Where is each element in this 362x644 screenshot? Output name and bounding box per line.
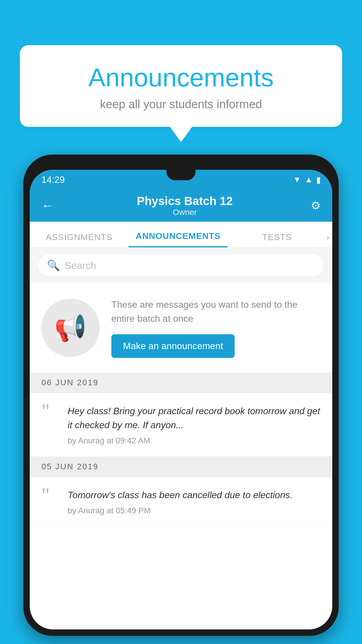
announcements-title: Announcements [43, 63, 319, 92]
back-button[interactable]: ← [41, 199, 59, 213]
speech-bubble-arrow [170, 127, 192, 142]
tab-tests[interactable]: TESTS [228, 222, 326, 247]
search-area: 🔍 Search [30, 248, 332, 283]
announcement-text-1: Hey class! Bring your practical record b… [68, 404, 321, 432]
search-input[interactable]: Search [65, 260, 96, 271]
make-announcement-button[interactable]: Make an announcement [111, 334, 235, 358]
announcement-content-2: Tomorrow's class has been cancelled due … [68, 488, 321, 515]
date-separator-1: 06 JUN 2019 [30, 373, 332, 393]
status-time: 14:29 [41, 174, 65, 185]
speech-bubble-wrapper: Announcements keep all your students inf… [20, 45, 342, 142]
announcement-text-2: Tomorrow's class has been cancelled due … [68, 488, 321, 502]
batch-role: Owner [137, 208, 233, 217]
announcements-subtitle: keep all your students informed [43, 98, 319, 111]
phone-notch [166, 170, 196, 180]
announcement-icon-circle: 📢 [41, 299, 100, 357]
phone-wrapper: 14:29 ▼ ▲ ▮ ← Physics Batch 12 Owner ⚙ [23, 155, 339, 644]
tab-announcements[interactable]: ANNOUNCEMENTS [129, 222, 227, 247]
top-bar: ← Physics Batch 12 Owner ⚙ [30, 190, 332, 222]
phone-screen: 14:29 ▼ ▲ ▮ ← Physics Batch 12 Owner ⚙ [30, 170, 332, 629]
announcement-item-1[interactable]: " Hey class! Bring your practical record… [30, 393, 332, 457]
announcement-cta-description: These are messages you want to send to t… [111, 298, 321, 326]
announcement-content-1: Hey class! Bring your practical record b… [68, 404, 321, 445]
quote-icon-1: " [41, 401, 59, 421]
wifi-icon: ▼ [293, 175, 301, 184]
announcement-cta-section: 📢 These are messages you want to send to… [30, 283, 332, 373]
announcement-cta-content: These are messages you want to send to t… [111, 298, 321, 358]
announcement-meta-1: by Anurag at 09:42 AM [68, 436, 321, 445]
batch-name: Physics Batch 12 [137, 195, 233, 208]
tab-more[interactable]: › [326, 232, 332, 247]
status-icons: ▼ ▲ ▮ [293, 175, 321, 185]
quote-icon-2: " [41, 485, 59, 505]
phone-device: 14:29 ▼ ▲ ▮ ← Physics Batch 12 Owner ⚙ [23, 155, 339, 636]
search-icon: 🔍 [47, 259, 60, 272]
tab-assignments[interactable]: ASSIGNMENTS [30, 222, 129, 247]
search-bar[interactable]: 🔍 Search [38, 254, 324, 277]
settings-button[interactable]: ⚙ [311, 199, 321, 212]
battery-icon: ▮ [316, 175, 321, 185]
announcement-meta-2: by Anurag at 05:49 PM [68, 506, 321, 515]
megaphone-icon: 📢 [54, 312, 87, 343]
title-area: Physics Batch 12 Owner [137, 195, 233, 217]
tabs-bar: ASSIGNMENTS ANNOUNCEMENTS TESTS › [30, 222, 332, 248]
date-separator-2: 05 JUN 2019 [30, 457, 332, 477]
announcement-item-2[interactable]: " Tomorrow's class has been cancelled du… [30, 477, 332, 527]
speech-bubble-card: Announcements keep all your students inf… [20, 45, 342, 127]
signal-icon: ▲ [305, 175, 313, 184]
